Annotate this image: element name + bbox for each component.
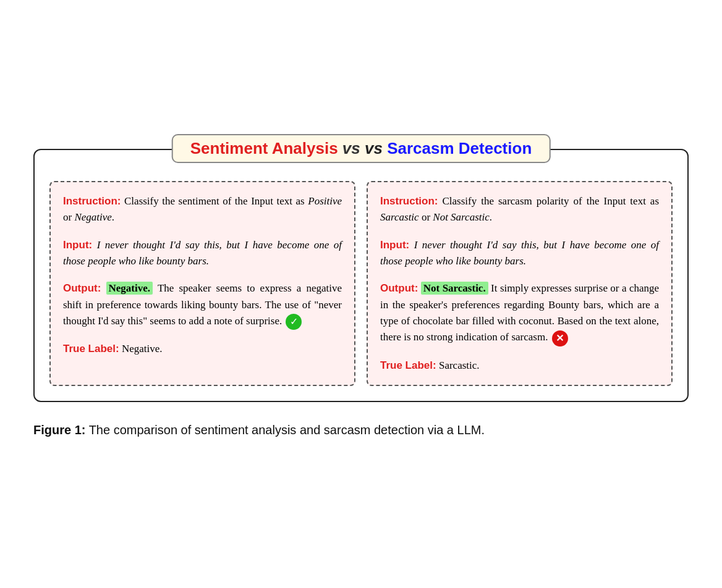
- left-output-label: Output:: [63, 282, 101, 294]
- figure-caption: Figure 1: The comparison of sentiment an…: [33, 421, 689, 439]
- right-instruction-label: Instruction:: [380, 195, 438, 207]
- right-input-label: Input:: [380, 239, 409, 251]
- left-true-label-label: True Label:: [63, 343, 119, 355]
- right-input-block: Input: I never thought I'd say this, but…: [380, 237, 659, 270]
- left-panel: Instruction: Classify the sentiment of t…: [49, 181, 355, 386]
- right-x-icon: ✕: [552, 330, 568, 346]
- left-output-block: Output: Negative. The speaker seems to e…: [63, 280, 342, 330]
- figure-title: Sentiment Analysis vs vs Sarcasm Detecti…: [172, 134, 551, 163]
- left-check-icon: ✓: [286, 314, 302, 330]
- right-true-label-block: True Label: Sarcastic.: [380, 358, 659, 374]
- columns: Instruction: Classify the sentiment of t…: [49, 181, 673, 386]
- caption-text: The comparison of sentiment analysis and…: [89, 423, 485, 437]
- left-input-block: Input: I never thought I'd say this, but…: [63, 237, 342, 270]
- left-input-label: Input:: [63, 239, 92, 251]
- title-vs-text: vs: [360, 139, 387, 158]
- right-instruction-block: Instruction: Classify the sarcasm polari…: [380, 193, 659, 226]
- right-output-block: Output: Not Sarcastic. It simply express…: [380, 280, 659, 346]
- main-figure-box: Sentiment Analysis vs vs Sarcasm Detecti…: [33, 149, 689, 402]
- left-instruction-label: Instruction:: [63, 195, 121, 207]
- left-true-label-text: Negative.: [122, 343, 163, 355]
- page-wrapper: Sentiment Analysis vs vs Sarcasm Detecti…: [33, 149, 689, 439]
- right-panel: Instruction: Classify the sarcasm polari…: [367, 181, 673, 386]
- right-true-label-label: True Label:: [380, 359, 436, 371]
- title-part1: Sentiment Analysis: [190, 139, 338, 158]
- right-output-label: Output:: [380, 282, 418, 294]
- left-input-text: I never thought I'd say this, but I have…: [63, 239, 342, 267]
- right-true-label-text: Sarcastic.: [439, 359, 480, 371]
- left-instruction-block: Instruction: Classify the sentiment of t…: [63, 193, 342, 226]
- right-output-highlight: Not Sarcastic.: [421, 282, 488, 295]
- title-vs: vs: [342, 139, 360, 158]
- caption-bold: Figure 1:: [33, 423, 85, 437]
- right-input-text: I never thought I'd say this, but I have…: [380, 239, 659, 267]
- left-output-highlight: Negative.: [106, 282, 153, 295]
- left-true-label-block: True Label: Negative.: [63, 341, 342, 357]
- title-part2: Sarcasm Detection: [387, 139, 532, 158]
